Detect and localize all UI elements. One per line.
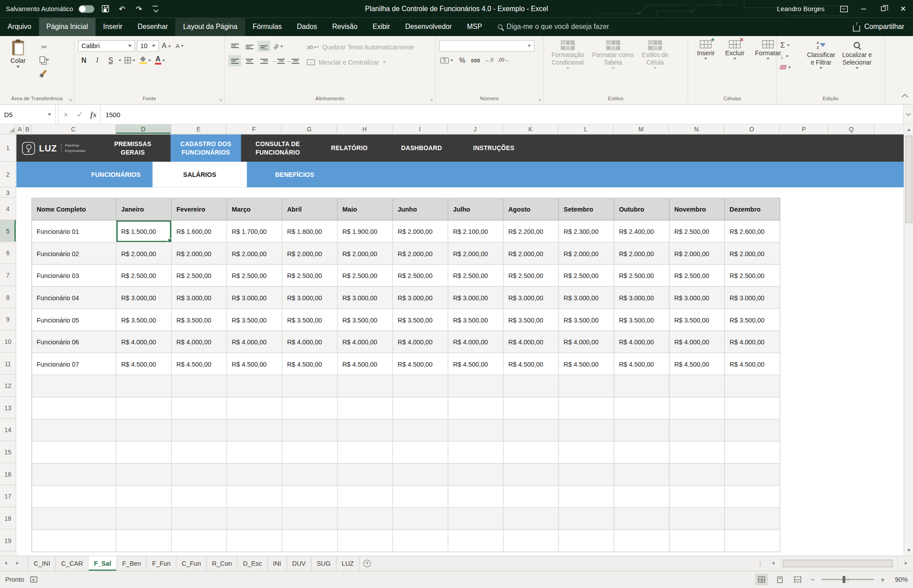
salary-cell[interactable]: R$ 1.900,00 — [338, 220, 393, 243]
salary-cell[interactable]: R$ 4.000,00 — [614, 331, 670, 353]
salary-cell[interactable]: R$ 2.000,00 — [504, 243, 559, 265]
salary-cell[interactable]: R$ 2.000,00 — [448, 243, 504, 265]
restore-button[interactable] — [873, 0, 893, 17]
salary-cell[interactable]: R$ 2.500,00 — [227, 265, 282, 287]
column-header-a[interactable]: A — [16, 125, 24, 134]
salary-cell[interactable]: R$ 4.000,00 — [338, 331, 393, 353]
empty-cell[interactable] — [172, 420, 227, 442]
formula-input[interactable]: 1500 — [101, 105, 903, 124]
employee-name-cell[interactable]: Funcionário 07 — [32, 353, 116, 376]
salary-cell[interactable]: R$ 2.500,00 — [393, 265, 448, 287]
salary-cell[interactable]: R$ 2.500,00 — [559, 265, 614, 287]
hscroll-left-button[interactable] — [767, 562, 779, 565]
empty-cell[interactable] — [116, 397, 172, 420]
empty-cell[interactable] — [504, 375, 559, 397]
empty-cell[interactable] — [725, 441, 780, 464]
row-header-19[interactable]: 19 — [0, 530, 16, 552]
table-header-cell[interactable]: Fevereiro — [172, 198, 227, 220]
salary-cell[interactable]: R$ 4.000,00 — [448, 331, 504, 353]
decrease-indent-button[interactable]: ← — [272, 55, 285, 66]
sheet-tab-duv[interactable]: DUV — [287, 556, 312, 571]
subtab-funcionarios[interactable]: FUNCIONÁRIOS — [91, 162, 140, 187]
empty-cell[interactable] — [393, 530, 448, 552]
nav-item-cadastro-dos-funcionarios[interactable]: CADASTRO DOS FUNCIONÁRIOS — [171, 135, 241, 162]
clear-button[interactable] — [780, 63, 803, 72]
empty-cell[interactable] — [393, 441, 448, 464]
empty-cell[interactable] — [393, 464, 448, 486]
salary-cell[interactable]: R$ 4.500,00 — [670, 353, 725, 376]
empty-cell[interactable] — [614, 486, 670, 508]
salary-cell[interactable]: R$ 2.000,00 — [559, 243, 614, 265]
row-header-3[interactable]: 3 — [0, 188, 16, 198]
salary-cell[interactable]: R$ 2.000,00 — [614, 243, 670, 265]
salary-cell[interactable]: R$ 3.500,00 — [393, 309, 448, 331]
table-header-cell[interactable]: Novembro — [670, 198, 725, 220]
empty-cell[interactable] — [338, 441, 393, 464]
ribbon-button-formatacao-condicional[interactable]: Formatação Condicional — [547, 39, 588, 69]
empty-cell[interactable] — [448, 486, 504, 508]
table-header-cell[interactable]: Nome Completo — [32, 198, 116, 220]
table-header-cell[interactable]: Junho — [393, 198, 448, 220]
row-header-8[interactable]: 8 — [0, 286, 16, 309]
column-header-k[interactable]: K — [503, 125, 558, 134]
empty-cell[interactable] — [725, 508, 780, 530]
ribbon-tab-arquivo[interactable]: Arquivo — [0, 17, 39, 36]
salary-cell[interactable]: R$ 2.100,00 — [448, 220, 504, 243]
salary-cell[interactable]: R$ 3.000,00 — [725, 287, 780, 309]
new-sheet-button[interactable]: + — [360, 556, 375, 571]
salary-cell[interactable]: R$ 2.000,00 — [282, 243, 337, 265]
empty-cell[interactable] — [670, 420, 725, 442]
ribbon-display-options-button[interactable] — [834, 0, 853, 17]
column-header-b[interactable]: B — [24, 125, 32, 134]
row-header-2[interactable]: 2 — [0, 162, 16, 187]
table-header-cell[interactable]: Setembro — [559, 198, 614, 220]
copy-button[interactable] — [37, 55, 51, 65]
empty-cell[interactable] — [338, 375, 393, 397]
dialog-launcher-button[interactable]: ↘ — [68, 98, 72, 102]
align-bottom-button[interactable] — [257, 41, 270, 52]
ribbon-button-inserir[interactable]: Inserir — [692, 39, 720, 60]
dialog-launcher-button[interactable]: ↘ — [538, 98, 542, 102]
ribbon-tab-layout-da-pagina[interactable]: Layout da Página — [176, 17, 245, 36]
percent-style-button[interactable]: % — [456, 55, 468, 66]
empty-cell[interactable] — [227, 375, 282, 397]
empty-cell[interactable] — [338, 464, 393, 486]
empty-cell[interactable] — [504, 530, 559, 552]
column-header-c[interactable]: C — [32, 125, 116, 134]
salary-cell[interactable]: R$ 2.000,00 — [227, 243, 282, 265]
empty-cell[interactable] — [614, 530, 670, 552]
empty-cell[interactable] — [725, 530, 780, 552]
sheet-scroll-left-button[interactable] — [0, 556, 12, 571]
font-size-select[interactable]: 10 — [137, 40, 159, 52]
subtab-beneficios[interactable]: BENEFÍCIOS — [275, 162, 314, 187]
salary-cell[interactable]: R$ 3.000,00 — [116, 287, 172, 309]
salary-cell[interactable]: R$ 2.000,00 — [172, 243, 227, 265]
italic-button[interactable]: I — [91, 55, 103, 66]
salary-cell[interactable]: R$ 2.500,00 — [504, 265, 559, 287]
salary-cell[interactable]: R$ 4.500,00 — [116, 353, 172, 376]
zoom-level[interactable]: 90% — [892, 576, 908, 583]
align-center-button[interactable] — [243, 55, 256, 66]
employee-name-cell[interactable]: Funcionário 02 — [32, 243, 116, 265]
dialog-launcher-button[interactable]: ↘ — [218, 98, 222, 102]
empty-cell[interactable] — [172, 441, 227, 464]
empty-cell[interactable] — [614, 397, 670, 420]
table-header-cell[interactable]: Agosto — [504, 198, 559, 220]
sheet-tab-f-ben[interactable]: F_Ben — [117, 556, 147, 571]
insert-function-button[interactable]: fx — [87, 105, 101, 124]
salary-cell[interactable]: R$ 4.500,00 — [504, 353, 559, 376]
ribbon-tab-revisao[interactable]: Revisão — [325, 17, 365, 36]
collapse-ribbon-button[interactable] — [901, 94, 908, 101]
empty-cell[interactable] — [227, 464, 282, 486]
row-header-11[interactable]: 11 — [0, 352, 16, 375]
sheet-tab-c-fun[interactable]: C_Fun — [177, 556, 207, 571]
empty-cell[interactable] — [725, 375, 780, 397]
undo-button[interactable]: ↶ — [116, 2, 128, 15]
sheet-tab-sug[interactable]: SUG — [312, 556, 337, 571]
hscroll-right-button[interactable] — [900, 562, 912, 565]
empty-cell[interactable] — [32, 441, 116, 464]
row-header-17[interactable]: 17 — [0, 485, 16, 507]
employee-name-cell[interactable]: Funcionário 03 — [32, 265, 116, 287]
page-break-view-button[interactable] — [791, 574, 804, 585]
salary-cell[interactable]: R$ 2.500,00 — [670, 220, 725, 243]
